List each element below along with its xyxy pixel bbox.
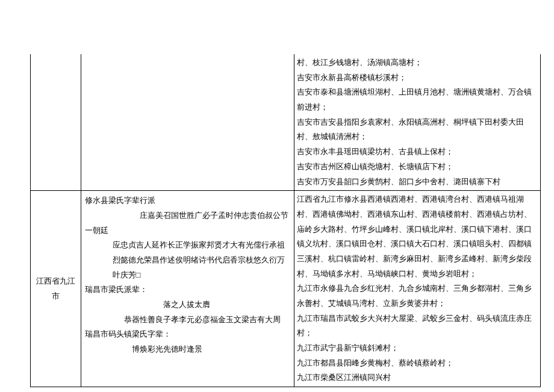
- cell-region-continuation: [31, 54, 81, 191]
- location-line: 九江市瑞昌市武蛟乡大兴村大屋梁、武蛟乡三金村、码头镇流庄赤庄村；: [297, 311, 538, 341]
- cell-region: 江西省九江市: [31, 191, 81, 387]
- generation-text: 博焕彩光先德时逢景: [85, 342, 290, 357]
- generation-text: 烈懿德允荣昌作述俟明绪诗书代启香宗枝悠久衍万: [85, 253, 290, 268]
- generation-text: 恭器性善良子孝李元必彦福金玉文梁吉有大周: [85, 313, 290, 328]
- generation-text: 应忠贞吉人延祚长正学振家邦贤才大有光儒行承祖: [85, 238, 290, 253]
- region-name: 江西省九江市: [36, 276, 75, 300]
- lineage-label: 瑞昌市码头镇梁氏字辈：: [85, 329, 171, 338]
- generation-text: 庄嘉美召国世胜广必子孟时仲志贵伯叔公节一朝廷: [85, 208, 290, 238]
- location-line: 九江市武宁县新宁镇斜滩村；: [297, 341, 538, 356]
- generation-text: 落之人拔太膺: [85, 297, 290, 313]
- location-line: 吉安市泰和县塘洲镇坦湖村、上田镇月池村、塘洲镇黄塘村、万合镇前进村；: [297, 85, 538, 114]
- cell-locations-continuation: 村、枝江乡钱塘村、汤湖镇高塘村； 吉安市永新县高桥楼镇杉溪村； 吉安市泰和县塘洲…: [294, 54, 541, 191]
- generation-text: 叶庆芳□: [85, 268, 290, 283]
- table-row: 村、枝江乡钱塘村、汤湖镇高塘村； 吉安市永新县高桥楼镇杉溪村； 吉安市泰和县塘洲…: [31, 54, 541, 191]
- document-page: 村、枝江乡钱塘村、汤湖镇高塘村； 吉安市永新县高桥楼镇杉溪村； 吉安市泰和县塘洲…: [0, 54, 554, 392]
- location-line: 吉安市永丰县瑶田镇梁坊村、古县镇上保村；: [297, 145, 538, 160]
- location-line: 九江市永修县九合乡红光村、九合乡城南村、三角乡都湖村、三角乡永善村、艾城镇马湾村…: [297, 281, 538, 311]
- location-line: 九江市都昌县阳峰乡黄梅村、蔡岭镇蔡岭村；: [297, 356, 538, 371]
- location-line: 江西省九江市修水县西港镇西港村、西港镇湾台村、西港镇马祖湖村、西港镇佛坳村、西港…: [297, 192, 538, 281]
- location-line: 吉安市永新县高桥楼镇杉溪村；: [297, 70, 538, 86]
- location-line: 吉安市吉州区樟山镇尧塘村、长塘镇店下村；: [297, 160, 538, 175]
- lineage-label: 修水县梁氏字辈行派: [85, 196, 155, 205]
- cell-generation-names: 修水县梁氏字辈行派 庄嘉美召国世胜广必子孟时仲志贵伯叔公节一朝廷 应忠贞吉人延祚…: [81, 191, 294, 387]
- cell-locations: 江西省九江市修水县西港镇西港村、西港镇湾台村、西港镇马祖湖村、西港镇佛坳村、西港…: [294, 191, 541, 387]
- cell-generation-continuation: [81, 54, 294, 191]
- location-line: 村、枝江乡钱塘村、汤湖镇高塘村；: [297, 55, 538, 70]
- lineage-label: 瑞昌市梁氏派辈：: [85, 285, 148, 294]
- genealogy-table: 村、枝江乡钱塘村、汤湖镇高塘村； 吉安市永新县高桥楼镇杉溪村； 吉安市泰和县塘洲…: [30, 54, 541, 387]
- location-line: 吉安市吉安县指阳乡袁家村、永阳镇高洲村、桐坪镇下田村委大田村、敖城镇清洲村；: [297, 115, 538, 145]
- location-line: 九江市柴桑区江洲镇同兴村: [297, 370, 538, 385]
- location-line: 吉安市万安县韶口乡黄鹄村、韶口乡中舍村、潞田镇寨下村: [297, 175, 538, 190]
- table-row: 江西省九江市 修水县梁氏字辈行派 庄嘉美召国世胜广必子孟时仲志贵伯叔公节一朝廷 …: [31, 191, 541, 387]
